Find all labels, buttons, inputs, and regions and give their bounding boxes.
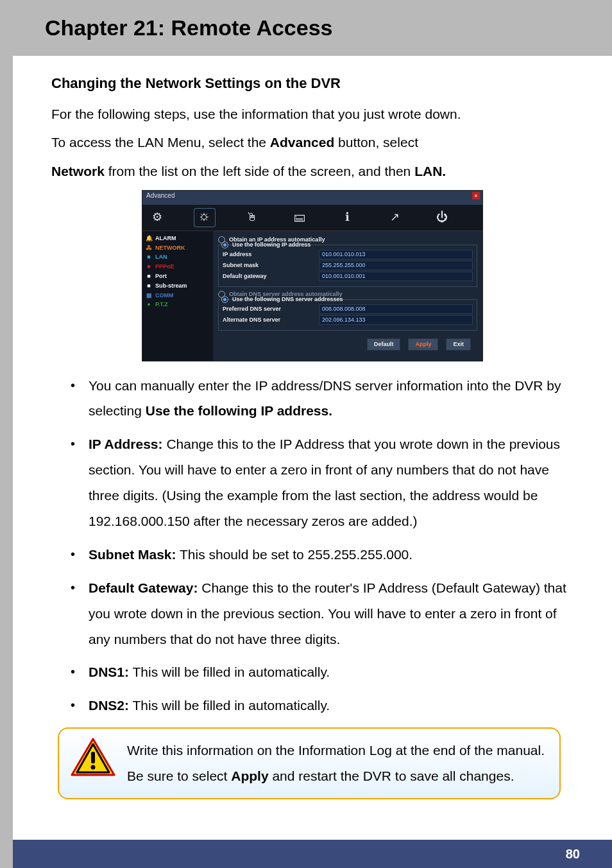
- bullet-6: DNS2: This will be filled in automatical…: [51, 693, 574, 718]
- side-comm-label: COMM: [155, 292, 174, 299]
- close-icon[interactable]: ×: [472, 192, 480, 200]
- warning-icon: [71, 738, 115, 777]
- access-tail: from the list on the left side of the sc…: [105, 164, 414, 178]
- note-text: Write this information on the Informatio…: [127, 738, 548, 789]
- fieldset-ip: Use the following IP address IP address0…: [218, 245, 477, 287]
- lbl-gateway: Default gateway: [223, 273, 319, 280]
- fieldset-dns: Use the following DNS server addresses P…: [218, 299, 477, 331]
- radio-dns-use-label: Use the following DNS server addresses: [232, 296, 343, 303]
- bullet-3: Subnet Mask: This should be set to 255.2…: [51, 542, 574, 568]
- scr-main: Obtain an IP address automatically Use t…: [213, 231, 482, 361]
- input-dns2[interactable]: 202.096.134.133: [319, 315, 473, 325]
- scr-tab-4[interactable]: 🖴: [289, 208, 310, 227]
- chapter-header-bar: Chapter 21: Remote Access: [0, 0, 612, 56]
- b5l: DNS1:: [89, 664, 129, 679]
- scr-button-row: Default Apply Exit: [218, 334, 477, 357]
- side-lan-label: LAN: [155, 254, 167, 261]
- intro-line: For the following steps, use the informa…: [51, 103, 574, 126]
- dot-icon: ■: [145, 273, 153, 280]
- bell-icon: 🔔: [145, 235, 153, 242]
- grid-icon: ▦: [145, 292, 153, 299]
- scr-tab-6[interactable]: ↗: [384, 208, 405, 227]
- scr-sidebar: 🔔ALARM 🖧NETWORK ■LAN ■PPPoE ■Port ■Sub-s…: [142, 231, 213, 361]
- chapter-title: Chapter 21: Remote Access: [45, 15, 332, 40]
- lbl-subnet: Subnet mask: [223, 262, 319, 269]
- radio-ip-use[interactable]: Use the following IP address: [221, 241, 473, 248]
- side-lan[interactable]: ■LAN: [142, 252, 213, 262]
- side-ptz-label: P.T.Z: [155, 301, 168, 308]
- input-gateway[interactable]: 010.001.010.001: [319, 272, 473, 281]
- content: Changing the Network Settings on the DVR…: [0, 56, 612, 799]
- dvr-screenshot: Advanced × ⚙ ⛭ 🖱 🖴 ℹ ↗ ⏻ 🔔ALARM 🖧NETWORK…: [142, 190, 483, 361]
- side-comm[interactable]: ▦COMM: [142, 291, 213, 300]
- access-lan: LAN.: [414, 164, 446, 178]
- access-prefix: To access the LAN Menu, select the: [51, 135, 270, 150]
- side-alarm[interactable]: 🔔ALARM: [142, 234, 213, 243]
- access-network: Network: [51, 164, 105, 178]
- bullet-list: You can manually enter the IP address/DN…: [51, 373, 574, 719]
- side-alarm-label: ALARM: [155, 235, 176, 242]
- page: Chapter 21: Remote Access Changing the N…: [0, 0, 612, 868]
- input-subnet[interactable]: 255.255.255.000: [319, 261, 473, 270]
- footer: 80: [13, 840, 612, 868]
- dot-icon: ■: [145, 263, 153, 270]
- side-ptz[interactable]: ●P.T.Z: [142, 300, 213, 309]
- radio-icon: [221, 296, 228, 303]
- side-substream[interactable]: ■Sub-stream: [142, 281, 213, 291]
- input-ip[interactable]: 010.001.010.013: [319, 250, 473, 259]
- scr-tab-7[interactable]: ⏻: [431, 208, 453, 227]
- b2l: IP Address:: [89, 437, 163, 451]
- svg-rect-2: [91, 752, 95, 763]
- b6l: DNS2:: [89, 698, 129, 713]
- radio-ip-use-label: Use the following IP address: [232, 241, 310, 248]
- access-advanced: Advanced: [270, 135, 334, 150]
- lbl-dns1: Preferred DNS server: [223, 306, 319, 313]
- radio-icon: [221, 241, 228, 248]
- b4l: Default Gateway:: [89, 580, 198, 595]
- section-heading: Changing the Network Settings on the DVR: [51, 71, 574, 96]
- access-line-2: Network from the list on the left side o…: [51, 160, 574, 184]
- dot-icon: ■: [145, 254, 153, 261]
- bullet-2: IP Address: Change this to the IP Addres…: [51, 431, 574, 534]
- ptz-icon: ●: [145, 301, 153, 308]
- access-mid: button, select: [334, 135, 418, 150]
- radio-dns-use[interactable]: Use the following DNS server addresses: [221, 296, 473, 303]
- scr-tab-2[interactable]: ⛭: [194, 208, 216, 227]
- network-icon: 🖧: [145, 245, 153, 252]
- b6t: This will be filled in automatically.: [129, 698, 330, 713]
- side-port-label: Port: [155, 273, 167, 280]
- note-b: Apply: [231, 768, 268, 783]
- input-dns1[interactable]: 008.008.008.008: [319, 304, 473, 314]
- note-box: Write this information on the Informatio…: [58, 727, 561, 799]
- lbl-dns2: Alternate DNS server: [223, 317, 319, 324]
- b5t: This will be filled in automatically.: [129, 664, 330, 679]
- side-port[interactable]: ■Port: [142, 272, 213, 281]
- side-network-label: NETWORK: [155, 245, 185, 252]
- side-pppoe-label: PPPoE: [155, 263, 174, 270]
- bullet-5: DNS1: This will be filled in automatical…: [51, 659, 574, 685]
- access-line: To access the LAN Menu, select the Advan…: [51, 131, 574, 155]
- scr-tab-3[interactable]: 🖱: [241, 208, 263, 227]
- bullet-1: You can manually enter the IP address/DN…: [51, 373, 574, 424]
- btn-default[interactable]: Default: [367, 338, 401, 351]
- b3t: This should be set to 255.255.255.000.: [176, 547, 413, 562]
- scr-tabbar: ⚙ ⛭ 🖱 🖴 ℹ ↗ ⏻: [142, 205, 482, 231]
- page-number: 80: [566, 847, 580, 862]
- b1b: Use the following IP address.: [146, 403, 332, 418]
- btn-apply[interactable]: Apply: [408, 338, 438, 351]
- dot-icon: ■: [145, 282, 153, 290]
- bullet-4: Default Gateway: Change this to the rout…: [51, 575, 574, 652]
- lbl-ip: IP address: [223, 251, 319, 258]
- side-pppoe[interactable]: ■PPPoE: [142, 262, 213, 272]
- btn-exit[interactable]: Exit: [446, 338, 471, 351]
- svg-point-3: [91, 765, 96, 770]
- b3l: Subnet Mask:: [89, 547, 176, 562]
- side-network[interactable]: 🖧NETWORK: [142, 243, 213, 253]
- scr-tab-1[interactable]: ⚙: [146, 208, 168, 227]
- scr-title: Advanced: [146, 192, 174, 199]
- scr-titlebar: Advanced ×: [142, 191, 482, 205]
- side-substream-label: Sub-stream: [155, 282, 187, 290]
- scr-tab-5[interactable]: ℹ: [336, 208, 358, 227]
- note-c: and restart the DVR to save all changes.: [269, 768, 514, 783]
